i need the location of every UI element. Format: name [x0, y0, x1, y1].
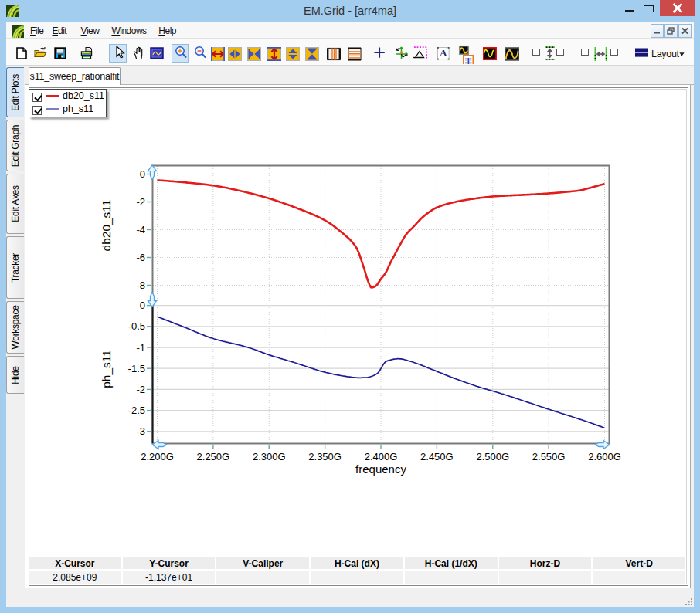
- svg-text:-3: -3: [136, 425, 145, 437]
- svg-text:2.450G: 2.450G: [420, 451, 454, 462]
- svg-text:-2.5: -2.5: [128, 405, 145, 416]
- svg-text:ph_s11: ph_s11: [100, 350, 113, 388]
- svg-text:-8: -8: [136, 279, 145, 291]
- svg-text:2.300G: 2.300G: [253, 451, 286, 462]
- svg-text:2.600G: 2.600G: [588, 451, 621, 462]
- svg-text:2.550G: 2.550G: [532, 451, 566, 462]
- svg-text:2.200G: 2.200G: [141, 451, 174, 462]
- svg-text:frequency: frequency: [355, 462, 406, 476]
- svg-text:-4: -4: [136, 224, 145, 235]
- svg-text:-6: -6: [136, 252, 145, 263]
- svg-text:2.500G: 2.500G: [476, 451, 509, 462]
- svg-text:-2: -2: [136, 384, 145, 395]
- svg-text:2.350G: 2.350G: [308, 451, 342, 462]
- svg-text:2.400G: 2.400G: [365, 451, 398, 462]
- svg-text:db20_s11: db20_s11: [100, 200, 113, 252]
- svg-text:-1.5: -1.5: [128, 363, 145, 374]
- svg-text:-1: -1: [136, 342, 145, 354]
- svg-text:0: 0: [140, 300, 145, 311]
- svg-text:2.250G: 2.250G: [197, 451, 230, 462]
- svg-text:-2: -2: [136, 196, 145, 208]
- svg-text:-0.5: -0.5: [128, 320, 145, 332]
- svg-text:0: 0: [140, 168, 145, 180]
